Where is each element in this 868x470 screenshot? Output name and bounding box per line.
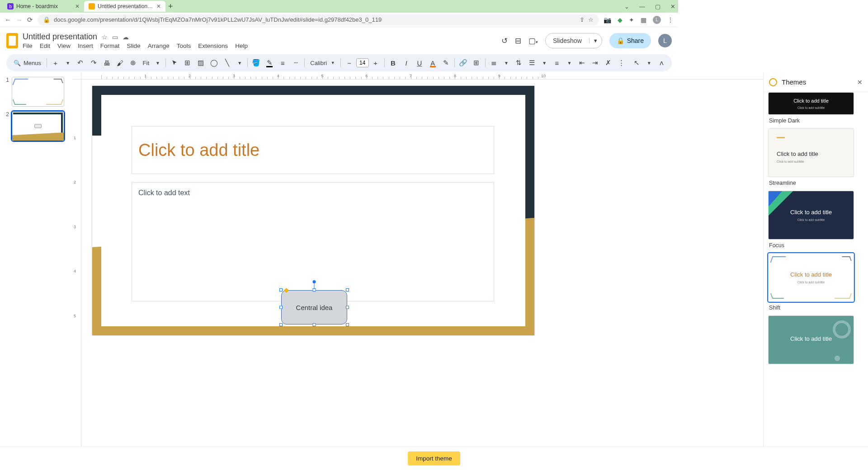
text-color-button[interactable]: A [427,57,439,69]
slideshow-dropdown[interactable]: ▼ [589,38,602,43]
resize-handle-r[interactable] [346,306,349,309]
camera-icon[interactable]: 📷 [604,16,611,24]
back-icon[interactable]: ← [5,16,11,24]
resize-handle-t[interactable] [313,288,316,291]
menu-extensions[interactable]: Extensions [198,42,228,49]
more-tools-button[interactable]: ⋮ [616,57,627,69]
print-button[interactable]: 🖶 [101,57,113,69]
share-button[interactable]: 🔒 Share [609,33,651,48]
resize-handle-tr[interactable] [346,288,349,291]
maximize-icon[interactable]: ▢ [655,3,660,10]
extension-icon[interactable]: ◆ [618,16,623,24]
image-tool[interactable]: ▨ [195,57,206,69]
slide-filmstrip[interactable]: 12 [0,72,72,360]
decrease-indent-button[interactable]: ⇤ [576,57,587,69]
border-color-button[interactable]: ✎ [264,57,275,69]
close-tab-icon[interactable]: ✕ [75,3,80,9]
search-menus[interactable]: 🔍 Menus [11,60,44,66]
clear-format-button[interactable]: ✗ [603,57,614,69]
comments-icon[interactable]: ⊟ [515,36,521,46]
move-folder-icon[interactable]: ▭ [112,33,118,41]
cloud-status-icon[interactable]: ☁ [123,33,129,41]
minimize-icon[interactable]: — [639,3,645,10]
redo-button[interactable]: ↷ [88,57,99,69]
puzzle-icon[interactable]: ✦ [629,16,634,24]
font-select[interactable]: Calibri▼ [307,60,337,66]
slides-logo-icon[interactable] [6,33,18,48]
hide-menus-button[interactable]: ʌ [656,57,667,69]
numbered-list-button[interactable]: ≡ [551,57,562,69]
line-spacing-button[interactable]: ⇅ [513,57,524,69]
new-slide-button[interactable]: + [50,57,61,69]
menu-tools[interactable]: Tools [177,42,191,49]
border-dash-button[interactable]: ┄ [290,57,302,69]
select-tool[interactable] [169,57,180,69]
line-tool[interactable]: ╲ [222,57,233,69]
share-url-icon[interactable]: ⇪ [580,16,585,23]
paint-format-button[interactable]: 🖌 [114,57,126,69]
fill-color-button[interactable]: 🪣 [250,57,262,69]
menu-file[interactable]: File [23,42,33,49]
browser-profile-avatar[interactable]: L [653,16,661,24]
new-tab-button[interactable]: + [168,2,173,11]
line-dropdown[interactable]: ▼ [235,61,245,66]
meet-icon[interactable]: ▢▾ [528,36,538,46]
body-placeholder[interactable]: Click to add text Central idea [132,183,494,301]
menu-insert[interactable]: Insert [78,42,93,49]
resize-handle-l[interactable] [279,306,283,309]
italic-button[interactable]: I [401,57,412,69]
font-size-input[interactable] [356,58,369,67]
title-placeholder[interactable]: Click to add title [132,127,494,174]
slide-thumbnail[interactable]: 1 [5,77,72,107]
increase-indent-button[interactable]: ⇥ [590,57,601,69]
menu-edit[interactable]: Edit [40,42,50,49]
new-slide-dropdown[interactable]: ▼ [63,61,73,66]
document-title[interactable]: Untitled presentation [23,32,97,42]
shape-text[interactable]: Central idea [296,304,333,311]
shape-tool[interactable]: ◯ [208,57,220,69]
bold-button[interactable]: B [387,57,399,69]
menu-slide[interactable]: Slide [127,42,141,49]
url-input[interactable]: 🔒 docs.google.com/presentation/d/1QWsbjT… [38,14,599,25]
bulleted-list-button[interactable]: ☰ [526,57,538,69]
increase-font-button[interactable]: + [370,57,382,69]
zoom-dropdown[interactable]: ▼ [153,61,163,66]
resize-handle-br[interactable] [346,323,349,326]
zoom-select[interactable]: Fit [141,60,151,66]
highlight-button[interactable]: ✎ [440,57,452,69]
user-avatar[interactable]: L [658,34,672,47]
history-icon[interactable]: ↺ [501,36,508,46]
slide-canvas[interactable]: Click to add title Click to add text Cen… [92,86,534,335]
insert-link-button[interactable]: 🔗 [458,57,469,69]
reload-icon[interactable]: ⟳ [27,16,33,24]
star-icon[interactable]: ☆ [588,16,594,23]
mode-button[interactable]: ↖ [631,57,642,69]
menu-format[interactable]: Format [100,42,120,49]
close-tab-icon[interactable]: ✕ [156,3,161,9]
browser-tab[interactable]: b Home - boardmix ✕ [3,1,84,12]
resize-handle-tl[interactable] [279,288,283,291]
selected-shape[interactable]: Central idea [281,290,347,324]
textbox-tool[interactable]: ⊞ [182,57,193,69]
decrease-font-button[interactable]: − [344,57,355,69]
align-button[interactable]: ≣ [488,57,500,69]
rotation-handle[interactable] [313,280,316,283]
resize-handle-bl[interactable] [279,323,283,326]
kebab-menu-icon[interactable]: ⋮ [667,16,674,24]
menu-arrange[interactable]: Arrange [148,42,170,49]
chevron-down-icon[interactable]: ⌄ [624,3,629,10]
slide-thumbnail[interactable]: 2 [5,111,72,141]
dice-icon[interactable]: ▦ [641,16,646,24]
forward-icon[interactable]: → [16,16,23,24]
underline-button[interactable]: U [414,57,425,69]
star-outline-icon[interactable]: ☆ [102,33,108,41]
undo-button[interactable]: ↶ [75,57,86,69]
resize-handle-b[interactable] [313,323,316,326]
menu-help[interactable]: Help [235,42,248,49]
zoom-button[interactable]: ⊕ [127,57,139,69]
insert-comment-button[interactable]: ⊞ [471,57,482,69]
menu-view[interactable]: View [57,42,71,49]
slideshow-button[interactable]: Slideshow ▼ [545,33,602,48]
close-window-icon[interactable]: ✕ [670,3,675,10]
browser-tab[interactable]: Untitled presentation - Googl ✕ [84,1,165,12]
